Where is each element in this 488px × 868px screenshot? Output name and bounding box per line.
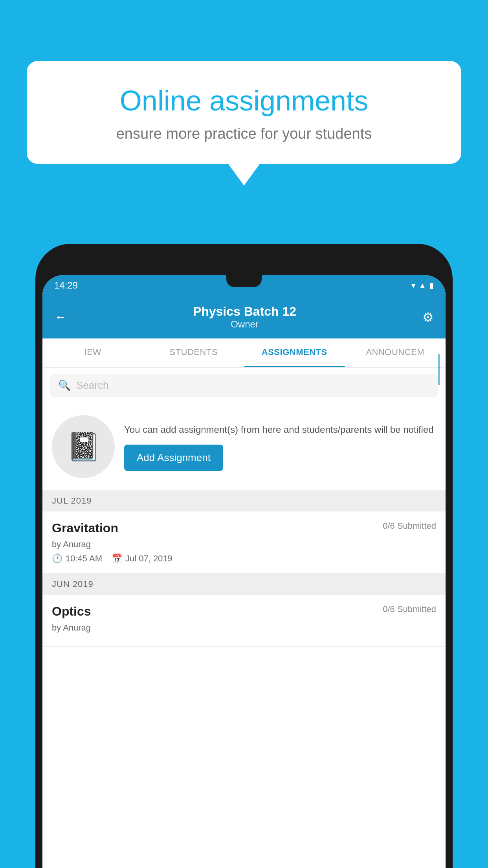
- speech-bubble-subtitle: ensure more practice for your students: [48, 125, 440, 142]
- assignment-top-row-optics: Optics 0/6 Submitted: [52, 604, 436, 619]
- search-placeholder: Search: [76, 379, 108, 392]
- app-header: ← Physics Batch 12 Owner ⚙: [42, 296, 446, 338]
- calendar-icon: 📅: [112, 554, 122, 564]
- assignment-title-gravitation: Gravitation: [52, 521, 118, 535]
- settings-button[interactable]: ⚙: [422, 310, 434, 325]
- tab-students[interactable]: STUDENTS: [143, 338, 244, 367]
- tab-assignments[interactable]: ASSIGNMENTS: [244, 338, 345, 367]
- speech-bubble-title: Online assignments: [48, 85, 440, 117]
- phone-frame: 14:29 ▾ ▲ ▮ ← Physics Batch 12 Owner ⚙ I…: [35, 244, 453, 868]
- status-time: 14:29: [54, 280, 78, 291]
- tab-iew[interactable]: IEW: [42, 338, 143, 367]
- tab-announcements[interactable]: ANNOUNCEM: [345, 338, 446, 367]
- phone-screen: 14:29 ▾ ▲ ▮ ← Physics Batch 12 Owner ⚙ I…: [42, 275, 446, 868]
- month-header-jul: JUL 2019: [42, 490, 446, 511]
- speech-bubble: Online assignments ensure more practice …: [27, 61, 461, 164]
- promo-section: 📓 You can add assignment(s) from here an…: [42, 403, 446, 490]
- back-button[interactable]: ←: [54, 310, 67, 324]
- speech-bubble-arrow: [228, 164, 260, 186]
- status-icons: ▾ ▲ ▮: [411, 281, 434, 290]
- assignment-top-row: Gravitation 0/6 Submitted: [52, 521, 436, 535]
- assignment-author-optics: by Anurag: [52, 623, 436, 633]
- month-header-jun: JUN 2019: [42, 574, 446, 595]
- assignment-author-gravitation: by Anurag: [52, 539, 436, 550]
- signal-icon: ▲: [418, 281, 426, 290]
- promo-icon-circle: 📓: [52, 415, 115, 478]
- assignment-time-gravitation: 🕐 10:45 AM: [52, 554, 102, 564]
- promo-text: You can add assignment(s) from here and …: [124, 423, 436, 437]
- phone-notch: [226, 275, 262, 287]
- wifi-icon: ▾: [411, 281, 415, 290]
- scroll-indicator[interactable]: [438, 354, 440, 385]
- tab-bar: IEW STUDENTS ASSIGNMENTS ANNOUNCEM: [42, 338, 446, 368]
- speech-bubble-container: Online assignments ensure more practice …: [27, 61, 461, 186]
- promo-content: You can add assignment(s) from here and …: [124, 423, 436, 471]
- clock-icon: 🕐: [52, 554, 62, 564]
- promo-icon: 📓: [66, 430, 101, 463]
- assignment-item-optics[interactable]: Optics 0/6 Submitted by Anurag: [42, 595, 446, 647]
- assignment-item-gravitation[interactable]: Gravitation 0/6 Submitted by Anurag 🕐 10…: [42, 511, 446, 574]
- battery-icon: ▮: [429, 281, 434, 290]
- search-bar[interactable]: 🔍 Search: [50, 374, 438, 397]
- assignment-title-optics: Optics: [52, 604, 91, 619]
- header-title: Physics Batch 12: [193, 304, 296, 319]
- search-container: 🔍 Search: [42, 368, 446, 403]
- assignment-submitted-gravitation: 0/6 Submitted: [383, 521, 436, 531]
- assignment-submitted-optics: 0/6 Submitted: [383, 604, 436, 614]
- assignment-date-gravitation: 📅 Jul 07, 2019: [112, 554, 172, 564]
- header-center: Physics Batch 12 Owner: [193, 304, 296, 330]
- header-subtitle: Owner: [193, 319, 296, 330]
- assignment-date-text: Jul 07, 2019: [125, 554, 172, 564]
- search-icon: 🔍: [58, 379, 71, 392]
- add-assignment-button[interactable]: Add Assignment: [124, 445, 223, 471]
- assignment-time-text: 10:45 AM: [66, 554, 102, 564]
- assignment-meta-gravitation: 🕐 10:45 AM 📅 Jul 07, 2019: [52, 554, 436, 564]
